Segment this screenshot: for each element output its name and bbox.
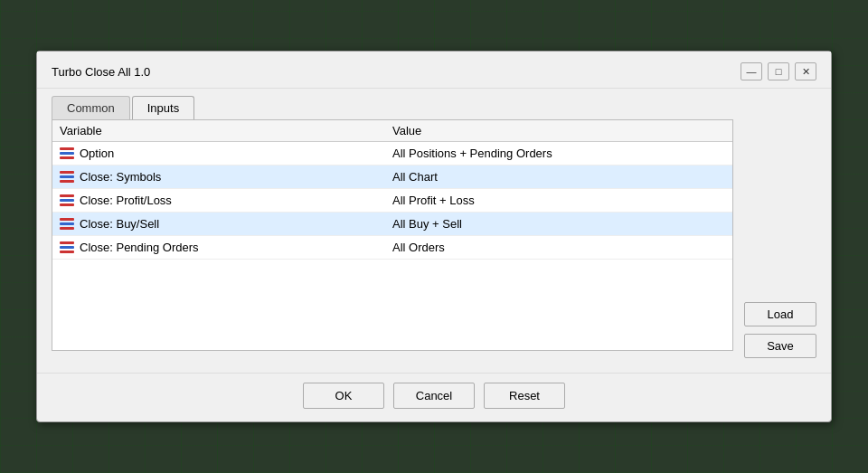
dialog-title: Turbo Close All 1.0 <box>52 65 150 79</box>
icon-bar-1 <box>60 147 74 150</box>
col-value: Value <box>392 124 725 137</box>
row-label: Option <box>60 147 392 160</box>
stack-icon <box>60 194 74 207</box>
title-bar: Turbo Close All 1.0 — □ ✕ <box>37 52 831 89</box>
tab-common[interactable]: Common <box>52 96 130 119</box>
table-empty-space <box>52 260 732 350</box>
icon-bar-3 <box>60 203 74 206</box>
row-label: Close: Buy/Sell <box>60 217 392 231</box>
close-button[interactable]: ✕ <box>795 62 816 80</box>
row-value: All Positions + Pending Orders <box>392 147 725 160</box>
save-button[interactable]: Save <box>744 334 816 358</box>
tab-content: Variable Value Option <box>37 119 831 373</box>
tab-bar: Common Inputs <box>37 89 831 119</box>
icon-bar-1 <box>60 171 74 174</box>
icon-bar-2 <box>60 152 74 155</box>
reset-button[interactable]: Reset <box>484 383 565 409</box>
icon-bar-2 <box>60 199 74 202</box>
icon-bar-2 <box>60 222 74 225</box>
data-table: Variable Value Option <box>52 119 733 351</box>
stack-icon <box>60 241 74 254</box>
dialog-window: Turbo Close All 1.0 — □ ✕ Common Inputs … <box>36 51 832 422</box>
main-layout: Variable Value Option <box>52 119 816 362</box>
table-row[interactable]: Close: Pending Orders All Orders <box>52 236 732 260</box>
title-controls: — □ ✕ <box>741 62 816 80</box>
tab-inputs[interactable]: Inputs <box>132 96 194 119</box>
bottom-bar: OK Cancel Reset <box>37 373 831 421</box>
maximize-button[interactable]: □ <box>768 62 789 80</box>
icon-bar-2 <box>60 246 74 249</box>
table-row[interactable]: Close: Profit/Loss All Profit + Loss <box>52 189 732 213</box>
row-value: All Buy + Sell <box>392 217 725 231</box>
row-label: Close: Profit/Loss <box>60 194 392 207</box>
row-value: All Profit + Loss <box>392 194 725 207</box>
row-label: Close: Pending Orders <box>60 241 392 254</box>
icon-bar-3 <box>60 227 74 230</box>
table-wrapper: Variable Value Option <box>52 119 733 362</box>
table-row[interactable]: Option All Positions + Pending Orders <box>52 142 732 166</box>
icon-bar-3 <box>60 180 74 183</box>
stack-icon <box>60 218 74 231</box>
stack-icon <box>60 147 74 160</box>
icon-bar-3 <box>60 251 74 253</box>
table-header: Variable Value <box>52 120 732 142</box>
icon-bar-1 <box>60 194 74 197</box>
icon-bar-2 <box>60 175 74 178</box>
minimize-button[interactable]: — <box>741 62 762 80</box>
side-buttons: Load Save <box>744 302 816 362</box>
row-value: All Orders <box>392 241 725 254</box>
cancel-button[interactable]: Cancel <box>393 383 475 409</box>
stack-icon <box>60 171 74 184</box>
row-value: All Chart <box>392 170 725 184</box>
row-label: Close: Symbols <box>60 170 392 184</box>
icon-bar-1 <box>60 241 74 244</box>
icon-bar-3 <box>60 156 74 159</box>
col-variable: Variable <box>60 124 392 137</box>
ok-button[interactable]: OK <box>303 383 384 409</box>
table-row[interactable]: Close: Buy/Sell All Buy + Sell <box>52 213 732 236</box>
table-row[interactable]: Close: Symbols All Chart <box>52 166 732 189</box>
load-button[interactable]: Load <box>744 302 816 326</box>
icon-bar-1 <box>60 218 74 221</box>
